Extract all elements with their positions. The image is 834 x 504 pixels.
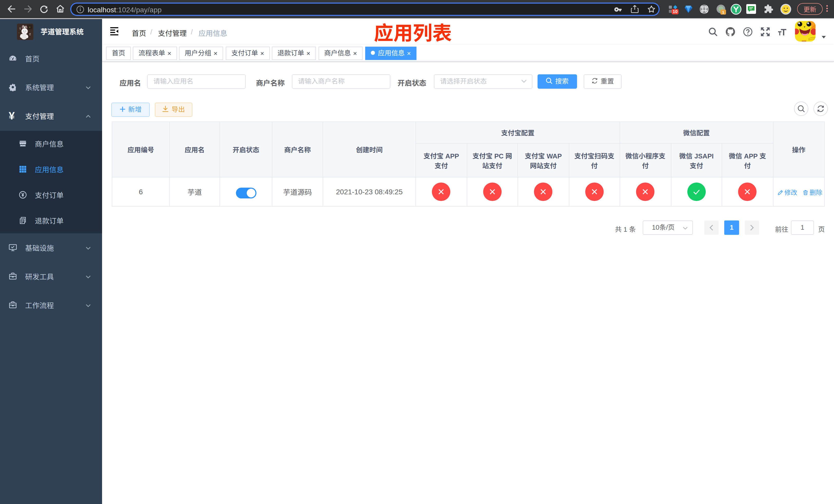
svg-text:10: 10 <box>673 9 678 14</box>
svg-text:1: 1 <box>722 10 724 14</box>
